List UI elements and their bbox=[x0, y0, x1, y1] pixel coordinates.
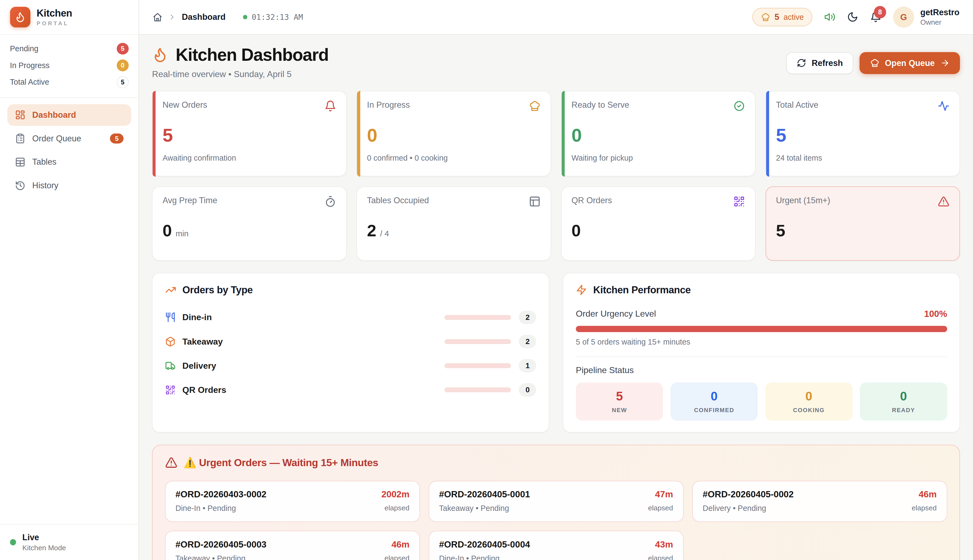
utensils-icon bbox=[165, 312, 176, 323]
type-count: 1 bbox=[519, 359, 536, 373]
notifications-bell-icon[interactable]: 8 bbox=[870, 12, 881, 23]
metric-card-avg-prep-time: Avg Prep Time 0 min bbox=[152, 187, 347, 261]
panel-title: Kitchen Performance bbox=[593, 284, 691, 296]
card-unit: min bbox=[176, 230, 189, 238]
card-title: Ready to Serve bbox=[571, 100, 629, 110]
dark-mode-moon-icon[interactable] bbox=[847, 12, 858, 23]
sidebar-item-dashboard[interactable]: Dashboard bbox=[7, 104, 131, 126]
urgent-order-card[interactable]: #ORD-20260405-0004 Dine-In • Pending 43m… bbox=[429, 531, 684, 560]
breadcrumb-current: Dashboard bbox=[182, 12, 225, 22]
pipeline-value: 0 bbox=[673, 390, 755, 403]
type-bar bbox=[444, 363, 511, 368]
sidebar-item-order-queue[interactable]: Order Queue 5 bbox=[7, 128, 131, 150]
sound-icon[interactable] bbox=[824, 12, 835, 23]
stat-card-new-orders: New Orders 5 Awaiting confirmation bbox=[152, 91, 347, 177]
urgent-order-card[interactable]: #ORD-20260405-0001 Takeaway • Pending 47… bbox=[429, 481, 684, 522]
order-elapsed-time: 46m bbox=[912, 489, 936, 500]
order-id: #ORD-20260405-0003 bbox=[175, 539, 266, 550]
elapsed-label: elapsed bbox=[912, 504, 936, 512]
urgency-value: 100% bbox=[924, 309, 947, 319]
open-queue-button[interactable]: Open Queue bbox=[860, 52, 960, 74]
card-subtitle: 0 confirmed • 0 cooking bbox=[367, 153, 541, 163]
order-type-row-takeaway: Takeaway 2 bbox=[165, 335, 536, 348]
nav-label: Dashboard bbox=[32, 110, 76, 120]
nav-label: History bbox=[32, 181, 58, 190]
type-label: Takeaway bbox=[182, 337, 223, 347]
pipeline-value: 0 bbox=[863, 390, 945, 403]
stat-card-ready-to-serve: Ready to Serve 0 Waiting for pickup bbox=[561, 91, 756, 177]
flame-icon bbox=[152, 47, 168, 63]
kitchen-mode-label: Kitchen Mode bbox=[22, 544, 66, 552]
card-subtitle: Awaiting confirmation bbox=[163, 153, 336, 163]
timer-icon bbox=[324, 196, 336, 207]
app-logo bbox=[10, 7, 30, 27]
bell-icon bbox=[324, 100, 336, 112]
refresh-icon bbox=[797, 58, 806, 68]
kitchen-performance-panel: Kitchen Performance Order Urgency Level … bbox=[563, 273, 960, 432]
dashboard-content: Kitchen Dashboard Real-time overview • S… bbox=[139, 35, 973, 560]
refresh-button[interactable]: Refresh bbox=[786, 52, 853, 74]
open-queue-label: Open Queue bbox=[885, 58, 935, 68]
user-menu[interactable]: G getRestro Owner bbox=[893, 7, 960, 28]
pipeline-tile-ready: 0 READY bbox=[860, 383, 947, 420]
quick-stat-label: Pending bbox=[10, 44, 38, 53]
table-icon bbox=[15, 157, 25, 167]
card-title: QR Orders bbox=[571, 196, 612, 205]
elapsed-label: elapsed bbox=[384, 554, 409, 560]
card-value: 5 bbox=[163, 126, 336, 145]
urgent-order-card[interactable]: #ORD-20260405-0002 Delivery • Pending 46… bbox=[692, 481, 947, 522]
pipeline-label: CONFIRMED bbox=[673, 407, 755, 414]
order-queue-badge: 5 bbox=[110, 133, 124, 144]
pipeline-grid: 5 NEW 0 CONFIRMED 0 COOKING 0 bbox=[576, 383, 947, 420]
user-name: getRestro bbox=[920, 8, 960, 17]
flame-icon bbox=[15, 12, 26, 23]
urgent-orders-section: ⚠️ Urgent Orders — Waiting 15+ Minutes #… bbox=[152, 445, 960, 560]
elapsed-label: elapsed bbox=[648, 504, 673, 512]
order-id: #ORD-20260405-0004 bbox=[439, 539, 530, 550]
card-title: Tables Occupied bbox=[367, 196, 429, 205]
sidebar-item-tables[interactable]: Tables bbox=[7, 151, 131, 173]
order-elapsed-time: 46m bbox=[384, 539, 409, 550]
chef-hat-icon bbox=[761, 12, 770, 22]
page-subtitle: Real-time overview • Sunday, April 5 bbox=[152, 69, 329, 79]
stat-card-total-active: Total Active 5 24 total items bbox=[766, 91, 960, 177]
metric-cards-row: Avg Prep Time 0 min Tables Occupied 2 bbox=[152, 187, 960, 261]
topbar: Dashboard 01:32:13 AM 5 active 8 bbox=[139, 0, 973, 35]
home-icon[interactable] bbox=[153, 12, 163, 22]
zap-icon bbox=[576, 284, 587, 295]
quick-stat-label: Total Active bbox=[10, 78, 49, 87]
urgent-order-card[interactable]: #ORD-20260403-0002 Dine-In • Pending 200… bbox=[165, 481, 420, 522]
card-title: Urgent (15m+) bbox=[776, 196, 830, 205]
urgent-order-card[interactable]: #ORD-20260405-0003 Takeaway • Pending 46… bbox=[165, 531, 420, 560]
brand-title: Kitchen bbox=[37, 8, 72, 19]
quick-stat-in-progress: In Progress 0 bbox=[10, 57, 129, 74]
order-meta: Takeaway • Pending bbox=[439, 504, 530, 513]
total-active-count-badge: 5 bbox=[117, 76, 129, 88]
page-title: Kitchen Dashboard bbox=[176, 45, 329, 65]
nav-label: Order Queue bbox=[32, 134, 81, 143]
card-title: In Progress bbox=[367, 100, 410, 110]
live-status-dot bbox=[10, 539, 16, 545]
active-orders-pill[interactable]: 5 active bbox=[752, 8, 812, 26]
card-subtitle: Waiting for pickup bbox=[571, 153, 745, 163]
panel-title: Orders by Type bbox=[182, 284, 253, 296]
card-value: 0 bbox=[163, 222, 172, 239]
type-label: Delivery bbox=[182, 361, 216, 371]
order-type-row-delivery: Delivery 1 bbox=[165, 359, 536, 373]
sidebar-item-history[interactable]: History bbox=[7, 175, 131, 197]
pipeline-status-label: Pipeline Status bbox=[576, 365, 947, 375]
card-title: New Orders bbox=[163, 100, 207, 110]
elapsed-label: elapsed bbox=[648, 554, 673, 560]
type-bar bbox=[444, 387, 511, 392]
urgency-note: 5 of 5 orders waiting 15+ minutes bbox=[576, 338, 947, 347]
urgent-orders-grid: #ORD-20260403-0002 Dine-In • Pending 200… bbox=[165, 481, 947, 560]
active-label: active bbox=[783, 13, 804, 22]
stat-cards-row: New Orders 5 Awaiting confirmation In Pr… bbox=[152, 91, 960, 177]
topbar-controls: 5 active 8 G getRestro Owner bbox=[752, 7, 960, 28]
order-meta: Dine-In • Pending bbox=[175, 504, 266, 513]
type-bar bbox=[444, 339, 511, 344]
truck-icon bbox=[165, 361, 176, 371]
order-type-row-qr: QR Orders 0 bbox=[165, 383, 536, 397]
live-status-label: Live bbox=[22, 533, 66, 542]
package-icon bbox=[165, 337, 176, 347]
